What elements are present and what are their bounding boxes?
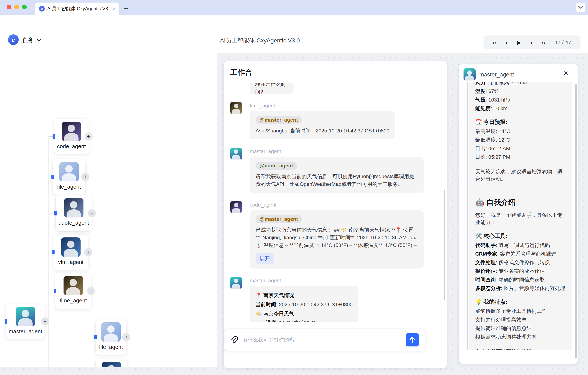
inspector-row: 能够协调多个专业工具协同工作 [475,307,566,315]
mention-pill[interactable]: @master_agent [256,215,302,223]
agent-avatar [62,122,81,141]
agent-inspector-panel: master_agent × 风力: 北北东风 22 km/h湿度: 67%气压… [459,64,578,364]
pager: « ‹ ▶ › » 47 / 47 [483,35,580,49]
pager-prev-button[interactable]: ‹ [505,39,507,46]
inspector-row: CRM专家: 客户关系管理与商机跟进 [475,250,566,258]
minimize-window-button[interactable] [14,5,19,9]
workbench-title: 工作台 [230,67,252,77]
inspector-avatar [463,68,476,81]
node-port-icon [5,319,7,324]
send-button[interactable] [406,333,419,346]
browser-tab[interactable]: e AI员工智能体 CxyAgentic V3.0 × [35,2,119,15]
tab-close-icon[interactable]: × [112,6,116,11]
inspector-subheading: 🛠️ 核心工具: [475,232,566,240]
inspector-row: 风力: 北北东风 22 km/h [475,81,566,86]
pager-first-button[interactable]: « [493,39,496,46]
agent-avatar [61,237,81,257]
collapse-node-button[interactable]: − [41,317,49,325]
node-code-agent[interactable]: code_agent+ [54,119,89,154]
browser-tabstrip: e AI员工智能体 CxyAgentic V3.0 × + [0,0,588,15]
expand-button[interactable]: 展开 [256,253,274,264]
browser-toolbar: ← → ↻ ⓘ http://127.0.0.1:1809/web/index.… [0,15,588,31]
mention-pill[interactable]: @code_agent [256,162,297,170]
inspector-title: master_agent [479,71,514,78]
node-file-agent-2[interactable]: file_agent+ [95,319,126,355]
arrow-up-icon [409,336,415,343]
app-window: e AI员工智能体 CxyAgentic V3.0 × + ← → ↻ ⓘ ht… [0,0,588,375]
expand-node-button[interactable]: + [122,333,130,341]
node-port-icon [54,211,57,215]
mention-pill[interactable]: @master_agent [256,116,302,124]
node-label: master_agent [9,328,42,334]
chat-message: master_agent📍 南京天气情况当前时间: 2025-10-20 10:… [230,277,441,322]
node-master-agent[interactable]: master_agent− [6,304,45,339]
tab-search-button[interactable] [576,2,586,12]
chat-input[interactable]: 有什么我可以帮你的吗 [224,329,425,351]
expand-node-button[interactable]: + [87,287,95,295]
spacer [475,342,566,347]
graph-edge [49,136,49,367]
agent-graph-panel[interactable]: code_agent+file_agent+quote_agent+vlm_ag… [0,53,217,367]
graph-edge [90,337,95,337]
inspector-row: 气压: 1031 hPa [475,96,566,103]
inspector-row: 报价评估: 专业务实的成本评估 [475,267,566,275]
pager-next-button[interactable]: › [530,39,532,46]
message-bubble: 📍 南京天气情况当前时间: 2025-10-20 10:42:37 CST+08… [250,286,358,322]
inspector-left-scrollbar[interactable] [467,81,468,350]
message-text: 已成功获取南京当前的天气信息！ ## 🌤️ 南京当前天气情况 **📍 位置**:… [256,226,418,249]
expand-node-button[interactable]: + [81,173,89,181]
divider [475,190,566,190]
graph-edge [49,136,53,137]
inspector-subheading: 💡 我的特点: [475,298,566,306]
message-sender: time_agent [250,103,395,109]
node-vlm-agent[interactable]: vlm_agent+ [53,234,88,270]
node-time-agent[interactable]: time_agent+ [55,273,91,309]
node-label: file_agent [99,344,123,350]
page-title: AI员工智能体 CxyAgentic V3.0 [0,37,520,45]
message-sender: master_agent [250,278,358,284]
pager-play-button[interactable]: ▶ [517,39,521,46]
graph-edge [90,337,90,367]
new-tab-button[interactable]: + [124,4,128,13]
expand-node-button[interactable]: + [88,209,96,217]
node-vlm-agent-2[interactable]: vlm_agent+ [95,359,127,367]
chat-message: time_agent@master_agentAsia/Shanghai 当前时… [230,102,441,139]
agent-avatar [101,322,121,342]
expand-node-button[interactable]: + [84,248,92,256]
chat-input-placeholder: 有什么我可以帮你的吗 [243,336,400,343]
tab-title: AI员工智能体 CxyAgentic V3.0 [47,5,108,12]
inspector-row: 最高温度: 14°C [475,128,566,135]
node-port-icon [52,175,54,179]
inspector-row: 湿度: 67% [475,88,566,95]
pager-last-button[interactable]: » [542,39,545,46]
chat-message: master_agent@code_agent请帮我获取南京当前的天气信息，可以… [230,148,441,193]
inspector-heading: 🤖 自我介绍 [475,197,566,207]
agent-avatar [64,198,84,217]
close-window-button[interactable] [7,5,11,9]
paperclip-icon[interactable] [231,336,238,344]
inspector-scrollbar[interactable] [575,84,577,359]
node-label: file_agent [57,184,81,190]
node-file-agent[interactable]: file_agent+ [53,159,85,195]
inspector-row: 时间查询: 精确的时间信息获取 [475,276,566,283]
inspector-row: 有什么我可以帮助您的吗？ [475,348,566,350]
node-label: time_agent [60,297,87,304]
graph-edge [49,291,55,291]
message-sender: master_agent [250,149,424,154]
weather-row: 温度: 14°C (体感13°C) [256,318,353,322]
chevron-down-icon [578,6,583,9]
inspector-row: 您好！我是一个智能助手，具备以下专业能力： [475,212,566,226]
inspector-row: 天气较为凉爽，建议适当增添衣物，适合外出活动。 [475,168,566,183]
message-bubble: @code_agent请帮我获取南京当前的天气信息，可以使用Python的req… [250,157,424,193]
inspector-row: 文件处理: 多格式文件操作与转换 [475,259,566,266]
chat-message-list[interactable]: 现在是什么时间?time_agent@master_agentAsia/Shan… [230,83,441,322]
inspector-row: 提供简洁准确的信息总结 [475,325,566,332]
close-icon[interactable]: × [564,69,568,77]
expand-node-button[interactable]: + [84,132,93,141]
inspector-content[interactable]: 风力: 北北东风 22 km/h湿度: 67%气压: 1031 hPa能见度: … [469,81,572,350]
workbench-panel: 工作台 现在是什么时间?time_agent@master_agentAsia/… [224,61,447,368]
agent-avatar [102,362,121,367]
maximize-window-button[interactable] [22,5,27,9]
chat-scrollbar[interactable] [444,190,445,300]
node-quote-agent[interactable]: quote_agent+ [56,195,92,231]
